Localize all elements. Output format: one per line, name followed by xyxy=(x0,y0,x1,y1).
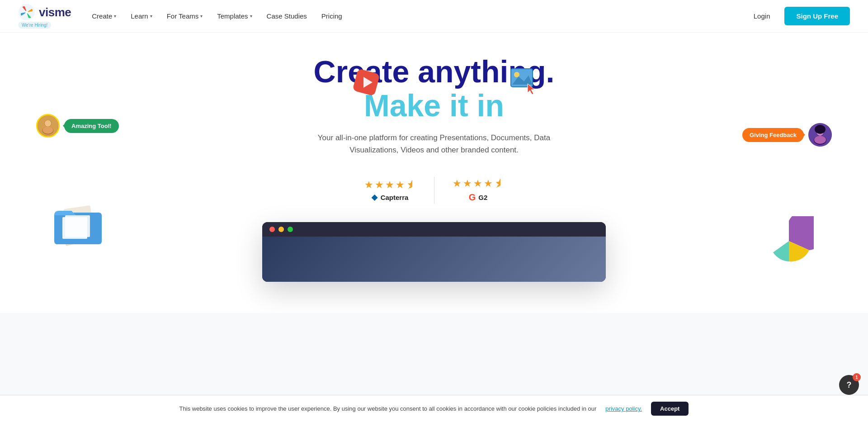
capterra-label: Capterra xyxy=(372,194,409,201)
login-button[interactable]: Login xyxy=(746,9,778,24)
window-dot-red xyxy=(269,227,275,232)
svg-point-16 xyxy=(816,128,824,136)
g2-rating: ★ ★ ★ ★ ⯨ G G2 xyxy=(453,178,504,203)
star-half: ⯨ xyxy=(406,179,416,191)
chevron-down-icon: ▾ xyxy=(150,14,152,19)
logo-icon xyxy=(18,4,35,21)
star-3: ★ xyxy=(473,178,482,190)
star-4: ★ xyxy=(484,178,493,190)
nav-templates-label: Templates xyxy=(217,12,248,20)
svg-rect-20 xyxy=(57,206,92,246)
hero-title-line2: Make it in xyxy=(364,88,504,123)
svg-point-15 xyxy=(814,136,826,145)
star-2: ★ xyxy=(463,178,472,190)
nav-item-learn[interactable]: Learn ▾ xyxy=(124,9,158,24)
nav-links: Create ▾ Learn ▾ For Teams ▾ Templates ▾… xyxy=(85,9,348,24)
nav-item-for-teams[interactable]: For Teams ▾ xyxy=(160,9,209,24)
svg-rect-19 xyxy=(57,214,99,243)
nav-item-create[interactable]: Create ▾ xyxy=(85,9,123,24)
capterra-text: Capterra xyxy=(381,194,409,201)
amazing-tool-decoration: Amazing Tool! xyxy=(36,114,119,138)
svg-rect-22 xyxy=(54,213,102,244)
svg-rect-23 xyxy=(62,217,87,239)
logo-main: visme xyxy=(18,4,71,21)
amazing-tool-bubble: Amazing Tool! xyxy=(64,119,119,133)
chevron-down-icon: ▾ xyxy=(200,14,203,19)
svg-point-13 xyxy=(808,123,832,147)
ratings-row: ★ ★ ★ ★ ⯨ Capterra ★ ★ ★ ★ ⯨ G G2 xyxy=(364,177,504,204)
star-1: ★ xyxy=(453,178,462,190)
nav-case-studies-label: Case Studies xyxy=(267,12,307,20)
capterra-rating: ★ ★ ★ ★ ⯨ Capterra xyxy=(364,179,416,201)
nav-item-pricing[interactable]: Pricing xyxy=(315,9,349,24)
rating-divider xyxy=(434,177,434,204)
giving-feedback-decoration: Giving Feedback xyxy=(742,123,832,147)
nav-learn-label: Learn xyxy=(131,12,148,20)
star-1: ★ xyxy=(364,179,373,191)
folder-decoration xyxy=(54,203,108,250)
navbar: visme We're Hiring! Create ▾ Learn ▾ For… xyxy=(0,0,868,33)
svg-rect-21 xyxy=(63,205,95,243)
g2-stars: ★ ★ ★ ★ ⯨ xyxy=(453,178,504,190)
star-2: ★ xyxy=(375,179,384,191)
nav-item-case-studies[interactable]: Case Studies xyxy=(260,9,313,24)
hero-title-line1: Create anything. xyxy=(314,54,555,89)
hero-title: Create anything. Make it in xyxy=(314,55,555,123)
svg-point-10 xyxy=(42,127,54,135)
svg-point-11 xyxy=(45,120,51,127)
g2-text: G2 xyxy=(478,194,487,201)
window-dot-green xyxy=(288,227,293,232)
hiring-badge: We're Hiring! xyxy=(18,22,51,28)
user-avatar-left xyxy=(36,114,60,138)
star-3: ★ xyxy=(385,179,394,191)
video-preview xyxy=(262,222,606,282)
signup-button[interactable]: Sign Up Free xyxy=(784,7,850,25)
nav-create-label: Create xyxy=(92,12,112,20)
svg-point-14 xyxy=(816,128,824,136)
svg-point-12 xyxy=(43,127,53,134)
svg-point-8 xyxy=(38,115,58,136)
nav-pricing-label: Pricing xyxy=(321,12,342,20)
g2-label: G G2 xyxy=(469,192,488,203)
svg-point-1 xyxy=(25,11,28,14)
svg-point-18 xyxy=(815,125,826,134)
capterra-icon xyxy=(372,194,378,201)
svg-rect-24 xyxy=(65,215,90,237)
pie-chart-decoration xyxy=(764,216,814,268)
g2-icon: G xyxy=(469,192,476,203)
hero-section: Amazing Tool! Giving Feedback xyxy=(0,33,868,313)
navbar-right: Login Sign Up Free xyxy=(746,7,850,25)
chevron-down-icon: ▾ xyxy=(250,14,252,19)
video-titlebar xyxy=(262,222,606,237)
logo[interactable]: visme We're Hiring! xyxy=(18,4,71,28)
hero-subtitle: Your all-in-one platform for creating Pr… xyxy=(316,132,552,156)
nav-item-templates[interactable]: Templates ▾ xyxy=(211,9,258,24)
window-dot-yellow xyxy=(278,227,284,232)
star-4: ★ xyxy=(396,179,405,191)
nav-for-teams-label: For Teams xyxy=(167,12,199,20)
logo-text: visme xyxy=(39,5,71,19)
navbar-left: visme We're Hiring! Create ▾ Learn ▾ For… xyxy=(18,4,349,28)
star-half: ⯨ xyxy=(494,178,504,190)
chevron-down-icon: ▾ xyxy=(114,14,116,19)
svg-point-9 xyxy=(44,120,52,127)
video-content xyxy=(262,237,606,282)
svg-point-17 xyxy=(814,136,826,144)
capterra-stars: ★ ★ ★ ★ ⯨ xyxy=(364,179,416,191)
user-avatar-right xyxy=(808,123,832,147)
feedback-bubble: Giving Feedback xyxy=(742,128,804,142)
